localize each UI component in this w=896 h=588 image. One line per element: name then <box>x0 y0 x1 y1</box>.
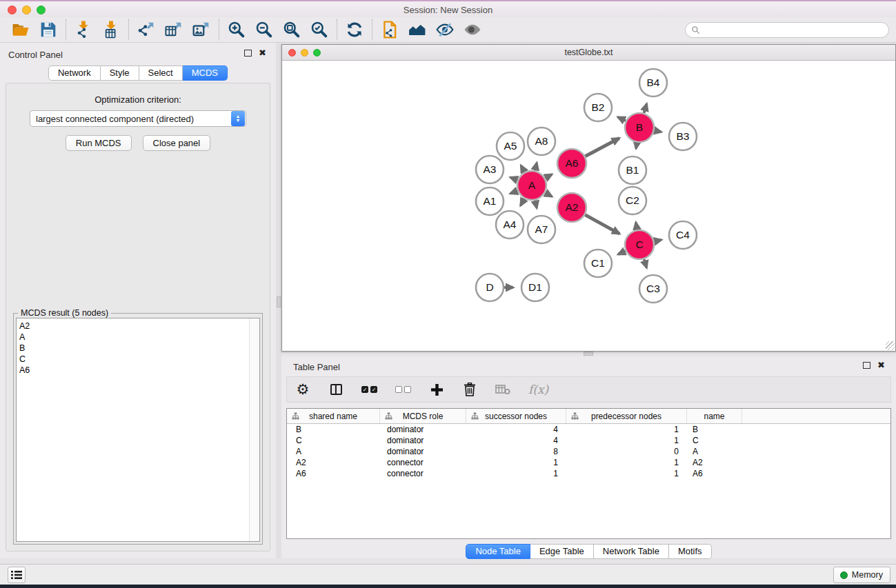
search-input[interactable] <box>700 24 888 37</box>
eye-button[interactable] <box>459 19 486 41</box>
table-cell[interactable]: A <box>687 446 742 457</box>
vertical-splitter[interactable] <box>276 43 281 558</box>
network-canvas[interactable]: B4 B2 B B3 A8 A5 A6 A3 B1 A A1 C2 A2 A4 … <box>282 61 895 351</box>
zoom-out-button[interactable] <box>250 19 278 41</box>
column-header-predecessor-nodes[interactable]: predecessor nodes <box>566 409 687 423</box>
plus-button[interactable] <box>429 381 444 398</box>
graph-node-B4[interactable]: B4 <box>639 69 667 97</box>
graph-edge-C-C3[interactable] <box>644 259 647 268</box>
export-table-button[interactable] <box>160 19 188 41</box>
graph-node-A6[interactable]: A6 <box>557 149 586 178</box>
graph-node-B[interactable]: B <box>625 113 654 142</box>
table-cell[interactable]: B <box>287 424 380 435</box>
graph-node-C[interactable]: C <box>625 230 654 259</box>
zoom-selected-button[interactable] <box>306 19 333 41</box>
graph-node-A3[interactable]: A3 <box>476 156 504 183</box>
network-window-titlebar[interactable]: testGlobe.txt <box>282 45 895 61</box>
graph-node-D1[interactable]: D1 <box>521 274 549 301</box>
mcds-result-item[interactable]: A <box>19 332 249 343</box>
close-panel-button[interactable]: Close panel <box>143 135 211 151</box>
float-panel-icon[interactable] <box>244 50 252 57</box>
graph-edge-A-A8[interactable] <box>535 163 537 170</box>
graph-node-B2[interactable]: B2 <box>584 94 612 121</box>
window-resize-grip[interactable] <box>886 341 895 350</box>
table-row[interactable]: Bdominator41B <box>287 424 890 435</box>
export-network-button[interactable] <box>132 19 160 41</box>
result-list-scrollbar[interactable] <box>249 318 259 541</box>
table-cell[interactable]: B <box>687 424 742 435</box>
memory-button[interactable]: Memory <box>833 567 890 583</box>
table-cell[interactable]: 0 <box>566 446 687 457</box>
table-cell[interactable]: 1 <box>566 435 687 446</box>
graph-edge-A-A4[interactable] <box>521 199 525 205</box>
table-row[interactable]: Adominator80A <box>287 446 890 457</box>
graph-node-C1[interactable]: C1 <box>584 250 612 277</box>
table-row[interactable]: A6connector11A6 <box>287 468 890 479</box>
search-box[interactable] <box>685 22 889 38</box>
mcds-result-item[interactable]: A2 <box>19 321 249 332</box>
checked-pair-button[interactable]: ✓✓ <box>361 381 377 398</box>
graph-node-A1[interactable]: A1 <box>476 187 504 215</box>
table-row[interactable]: Cdominator41C <box>287 435 890 446</box>
graph-edge-B-B2[interactable] <box>618 117 626 121</box>
graph-node-A4[interactable]: A4 <box>496 211 524 239</box>
graph-node-A8[interactable]: A8 <box>528 128 555 155</box>
houses-button[interactable] <box>404 19 431 41</box>
table-cell[interactable]: A6 <box>287 468 380 479</box>
tab-select[interactable]: Select <box>139 65 183 81</box>
graph-edge-B-B3[interactable] <box>655 130 661 132</box>
gear-button[interactable]: ⚙ <box>295 381 310 398</box>
table-cell[interactable]: A2 <box>687 457 742 468</box>
open-folder-button[interactable] <box>7 19 34 41</box>
mcds-result-item[interactable]: C <box>19 354 249 365</box>
horizontal-splitter[interactable] <box>281 351 896 357</box>
horizontal-splitter-grip[interactable] <box>584 352 593 356</box>
mcds-result-item[interactable]: A6 <box>19 365 249 376</box>
doc-network-button[interactable] <box>376 19 404 41</box>
table-cell[interactable]: 1 <box>566 468 687 479</box>
graph-node-A[interactable]: A <box>517 171 546 200</box>
column-header-MCDS-role[interactable]: MCDS role <box>380 409 466 423</box>
mcds-result-item[interactable]: B <box>19 343 249 354</box>
graph-node-C4[interactable]: C4 <box>669 221 697 249</box>
table-cell[interactable]: 4 <box>466 424 566 435</box>
graph-edge-A-A5[interactable] <box>521 165 524 172</box>
graph-node-B3[interactable]: B3 <box>669 123 697 150</box>
table-cell[interactable]: 8 <box>466 446 566 457</box>
optimization-criterion-dropdown[interactable]: largest connected component (directed) ▲… <box>30 110 246 127</box>
tab-network-table[interactable]: Network Table <box>594 544 669 559</box>
graph-edge-B-B4[interactable] <box>644 104 647 113</box>
tab-edge-table[interactable]: Edge Table <box>530 544 594 559</box>
table-cell[interactable]: 1 <box>466 457 566 468</box>
table-cell[interactable]: connector <box>380 457 466 468</box>
import-network-button[interactable] <box>70 19 97 41</box>
table-cell[interactable]: 1 <box>466 468 566 479</box>
table-cell[interactable]: connector <box>380 468 466 479</box>
graph-edge-C-C1[interactable] <box>618 251 626 254</box>
table-cell[interactable]: A6 <box>687 468 742 479</box>
tab-motifs[interactable]: Motifs <box>669 544 712 559</box>
trash-button[interactable] <box>462 381 477 398</box>
import-table-button[interactable] <box>97 19 125 41</box>
column-header-shared-name[interactable]: shared name <box>287 409 380 423</box>
graph-edge-A-A1[interactable] <box>510 191 518 194</box>
graph-node-B1[interactable]: B1 <box>619 156 646 184</box>
tab-node-table[interactable]: Node Table <box>466 544 530 559</box>
table-cell[interactable]: dominator <box>380 424 466 435</box>
vertical-splitter-grip[interactable] <box>277 296 281 307</box>
tab-mcds[interactable]: MCDS <box>183 65 228 81</box>
columns-button[interactable] <box>328 381 344 398</box>
close-panel-icon[interactable]: ✖ <box>259 50 266 57</box>
tab-style[interactable]: Style <box>101 65 139 81</box>
graph-node-A5[interactable]: A5 <box>497 132 524 160</box>
table-cell[interactable]: A2 <box>287 457 380 468</box>
table-cell[interactable]: 4 <box>466 435 566 446</box>
save-button[interactable] <box>34 19 62 41</box>
table-cell[interactable]: C <box>687 435 742 446</box>
graph-edge-A6-B[interactable] <box>585 139 619 156</box>
graph-edge-C-C4[interactable] <box>655 240 661 241</box>
export-image-button[interactable] <box>188 19 215 41</box>
graph-edge-A-A2[interactable] <box>545 193 552 197</box>
task-history-button[interactable] <box>8 567 26 583</box>
tab-network[interactable]: Network <box>48 65 101 81</box>
